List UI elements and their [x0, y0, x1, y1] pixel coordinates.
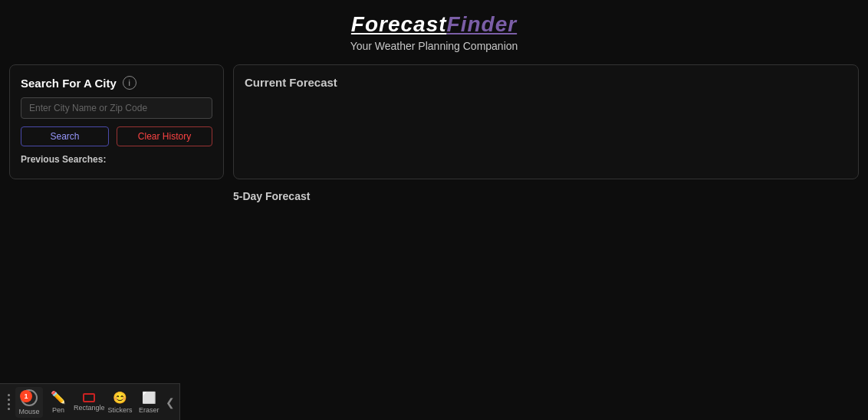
- five-day-forecast-label: 5-Day Forecast: [233, 187, 859, 205]
- toolbar: 1 🖱 Mouse ✏️ Pen Rectangle 😊 Stickers ⬜ …: [0, 383, 180, 420]
- app-subtitle: Your Weather Planning Companion: [0, 40, 868, 52]
- toolbar-label-eraser: Eraser: [139, 406, 159, 414]
- panel-title-row: Search For A City i: [21, 76, 212, 90]
- toolbar-item-mouse[interactable]: 1 🖱 Mouse: [15, 387, 43, 418]
- title-finder: Finder: [447, 12, 518, 36]
- toolbar-item-stickers[interactable]: 😊 Stickers: [106, 387, 133, 418]
- search-panel: Search For A City i Search Clear History…: [9, 64, 224, 179]
- toolbar-label-stickers: Stickers: [107, 406, 132, 414]
- previous-searches-label: Previous Searches:: [21, 154, 212, 165]
- search-button[interactable]: Search: [21, 126, 109, 146]
- toolbar-item-pen[interactable]: ✏️ Pen: [44, 387, 72, 418]
- clear-history-button[interactable]: Clear History: [117, 126, 212, 146]
- right-panel: Current Forecast 5-Day Forecast: [233, 64, 859, 411]
- toolbar-label-rectangle: Rectangle: [74, 404, 105, 412]
- title-forecast: Forecast: [351, 12, 447, 36]
- app-title: ForecastFinder: [0, 12, 868, 37]
- pen-icon: ✏️: [51, 390, 66, 405]
- rectangle-icon: [83, 393, 95, 402]
- toolbar-collapse-button[interactable]: ❮: [164, 387, 176, 418]
- toolbar-item-eraser[interactable]: ⬜ Eraser: [135, 387, 163, 418]
- toolbar-drag-handle[interactable]: [3, 387, 14, 418]
- main-layout: Search For A City i Search Clear History…: [0, 58, 868, 417]
- search-panel-title: Search For A City: [21, 77, 117, 90]
- toolbar-label-pen: Pen: [52, 406, 64, 414]
- search-input[interactable]: [21, 97, 212, 119]
- current-forecast-title: Current Forecast: [245, 76, 847, 89]
- toolbar-label-mouse: Mouse: [18, 408, 39, 415]
- info-icon[interactable]: i: [123, 76, 136, 90]
- toolbar-badge: 1: [20, 390, 32, 402]
- app-header: ForecastFinder Your Weather Planning Com…: [0, 0, 868, 58]
- toolbar-item-rectangle[interactable]: Rectangle: [74, 387, 105, 418]
- eraser-icon: ⬜: [142, 391, 156, 405]
- sticker-icon: 😊: [113, 391, 127, 405]
- current-forecast-box: Current Forecast: [233, 64, 859, 179]
- button-row: Search Clear History: [21, 126, 212, 146]
